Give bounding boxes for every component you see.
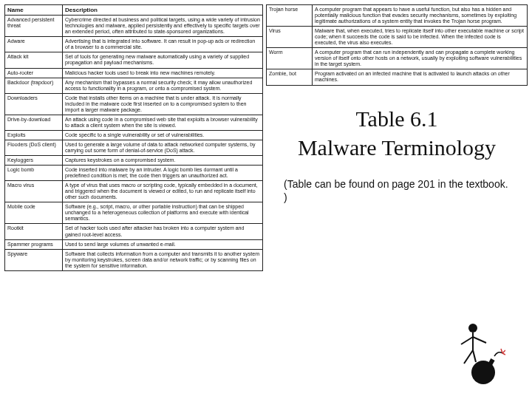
svg-line-2 [461, 337, 473, 344]
caption-block: Table 6.1 Malware Terminology (Table can… [266, 95, 528, 395]
table-row: Zombie, botProgram activated on an infec… [267, 69, 528, 85]
term-desc: An attack using code in a compromised we… [63, 115, 263, 130]
caption-note: (Table can be found on page 201 in the t… [273, 177, 520, 205]
term-name: Spammer programs [5, 239, 63, 249]
table-row: Advanced persistent threatCybercrime dir… [5, 16, 263, 37]
table-row: Macro virusA type of virus that uses mac… [5, 181, 263, 202]
term-desc: A computer program that can run independ… [313, 48, 528, 69]
table-row: Backdoor (trapdoor)Any mechanism that by… [5, 78, 263, 93]
term-desc: Code that installs other items on a mach… [63, 93, 263, 115]
term-name: Zombie, bot [267, 69, 313, 85]
table-row: Attack kitSet of tools for generating ne… [5, 52, 263, 68]
term-name: Exploits [5, 130, 63, 140]
table-row: Drive-by-downloadAn attack using code in… [5, 115, 263, 130]
caption-subtitle: Malware Terminology [273, 135, 520, 160]
table-row: ExploitsCode specific to a single vulner… [5, 130, 263, 140]
term-name: Auto-rooter [5, 68, 63, 78]
table-row: KeyloggersCaptures keystrokes on a compr… [5, 156, 263, 166]
term-name: Spyware [5, 249, 63, 270]
terminology-table-left: Name Description Advanced persistent thr… [4, 4, 263, 271]
left-table-wrap: Name Description Advanced persistent thr… [4, 4, 263, 395]
term-name: Advanced persistent threat [5, 16, 63, 37]
svg-line-3 [473, 337, 486, 343]
table-row: DownloadersCode that installs other item… [5, 93, 263, 115]
term-desc: Malicious hacker tools used to break int… [63, 68, 263, 78]
term-name: Attack kit [5, 52, 63, 68]
table-row: Auto-rooterMalicious hacker tools used t… [5, 68, 263, 78]
term-name: Drive-by-download [5, 115, 63, 130]
table-row: Mobile codeSoftware (e.g., script, macro… [5, 202, 263, 224]
term-desc: Advertising that is integrated into soft… [63, 37, 263, 52]
term-name: Trojan horse [267, 5, 313, 27]
term-name: Flooders (DoS client) [5, 140, 63, 155]
term-name: Logic bomb [5, 166, 63, 181]
table-row: Trojan horseA computer program that appe… [267, 5, 528, 27]
term-desc: Code inserted into malware by an intrude… [63, 166, 263, 181]
term-desc: Software (e.g., script, macro, or other … [63, 202, 263, 224]
term-desc: Captures keystrokes on a compromised sys… [63, 156, 263, 166]
svg-point-0 [468, 324, 477, 332]
table-row: RootkitSet of hacker tools used after at… [5, 224, 263, 239]
term-name: Mobile code [5, 202, 63, 224]
svg-line-9 [502, 353, 505, 355]
svg-line-4 [464, 350, 473, 364]
term-name: Keyloggers [5, 156, 63, 166]
term-desc: Used to send large volumes of unwanted e… [63, 239, 263, 249]
term-desc: Software that collects information from … [63, 249, 263, 270]
table-row: Logic bombCode inserted into malware by … [5, 166, 263, 181]
table-row: Flooders (DoS client)Used to generate a … [5, 140, 263, 155]
table-row: WormA computer program that can run inde… [267, 48, 528, 69]
caption-title: Table 6.1 [273, 106, 520, 131]
term-desc: Cybercrime directed at business and poli… [63, 16, 263, 37]
term-desc: Malware that, when executed, tries to re… [313, 27, 528, 48]
term-name: Backdoor (trapdoor) [5, 78, 63, 93]
hacker-bomb-icon [454, 321, 505, 387]
term-desc: A computer program that appears to have … [313, 5, 528, 27]
term-desc: Set of hacker tools used after attacker … [63, 224, 263, 239]
term-desc: Set of tools for generating new malware … [63, 52, 263, 68]
term-name: Downloaders [5, 93, 63, 115]
term-name: Worm [267, 48, 313, 69]
right-column: Trojan horseA computer program that appe… [266, 4, 528, 395]
term-desc: Used to generate a large volume of data … [63, 140, 263, 155]
term-name: Adware [5, 37, 63, 52]
table-row: AdwareAdvertising that is integrated int… [5, 37, 263, 52]
svg-line-8 [502, 350, 505, 353]
term-desc: A type of virus that uses macro or scrip… [63, 181, 263, 202]
terminology-table-right: Trojan horseA computer program that appe… [266, 4, 528, 86]
slide: Name Description Advanced persistent thr… [0, 0, 532, 399]
term-desc: Any mechanism that bypasses a normal sec… [63, 78, 263, 93]
term-name: Rootkit [5, 224, 63, 239]
col-name: Name [5, 5, 63, 16]
table-row: VirusMalware that, when executed, tries … [267, 27, 528, 48]
table-row: Spammer programsUsed to send large volum… [5, 239, 263, 249]
term-desc: Program activated on an infected machine… [313, 69, 528, 85]
term-name: Macro virus [5, 181, 63, 202]
term-desc: Code specific to a single vulnerability … [63, 130, 263, 140]
svg-line-5 [473, 350, 476, 362]
term-name: Virus [267, 27, 313, 48]
col-desc: Description [63, 5, 263, 16]
table-header-row: Name Description [5, 5, 263, 16]
table-row: SpywareSoftware that collects informatio… [5, 249, 263, 270]
